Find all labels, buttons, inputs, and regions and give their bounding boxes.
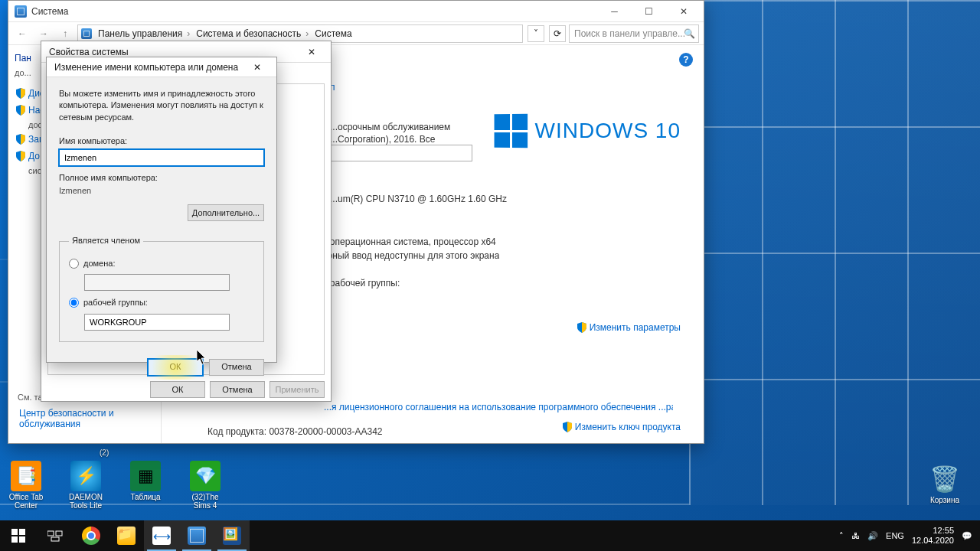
change-name-dialog: Изменение имени компьютера или домена ✕ … [46, 57, 277, 363]
window-title: Система [31, 6, 597, 17]
search-input[interactable]: Поиск в панели управле...🔍 [569, 24, 699, 43]
taskbar: 📁 ⟷ 🖼️ ˄ 🖧 🔊 ENG 12:5512.04.2020 💬 [0, 520, 980, 551]
tray-network-icon[interactable]: 🖧 [851, 531, 860, 540]
shield-icon [16, 134, 25, 145]
taskbar-app-picture[interactable]: 🖼️ [214, 520, 250, 551]
membership-group: Является членом домена: рабочей группы: [59, 235, 264, 341]
windows10-logo: WINDOWS 10 [494, 114, 681, 148]
breadcrumb-seg[interactable]: Система и безопасность [193, 28, 312, 39]
full-label: Полное имя компьютера: [59, 172, 264, 184]
breadcrumb-seg[interactable]: Панель управления [95, 28, 193, 39]
cancel-button[interactable]: Отмена [210, 381, 265, 398]
desktop-icon-table[interactable]: ▦Таблица [124, 461, 167, 510]
taskbar-app-teamviewer[interactable]: ⟷ [144, 520, 179, 551]
system-tray: ˄ 🖧 🔊 ENG 12:5512.04.2020 💬 [831, 520, 980, 551]
link-change-key[interactable]: Изменить ключ продукта [563, 422, 681, 432]
forward-button[interactable]: → [34, 24, 53, 43]
svg-rect-1 [56, 531, 62, 536]
dialog-title: Свойства системы [49, 47, 296, 57]
group-legend: Является членом [69, 235, 143, 246]
windows-icon [11, 529, 25, 543]
info-copyright: ...Corporation), 2016. Все [330, 134, 435, 145]
back-button[interactable]: ← [13, 24, 31, 43]
info-systype: ...я операционная система, процессор x64 [315, 236, 496, 247]
tray-chevron-icon[interactable]: ˄ [839, 531, 844, 541]
name-label: Имя компьютера: [59, 135, 264, 147]
dialog-titlebar[interactable]: Изменение имени компьютера или домена ✕ [47, 57, 276, 77]
taskbar-app-explorer[interactable]: 📁 [109, 520, 144, 551]
task-view-button[interactable] [37, 520, 74, 551]
ok-button[interactable]: ОК [148, 359, 203, 376]
computer-name-input[interactable] [59, 149, 264, 166]
tray-volume-icon[interactable]: 🔊 [867, 531, 878, 541]
history-dropdown[interactable]: ˅ [528, 25, 544, 42]
desktop-icon-sims[interactable]: 💎(32)The Sims 4 [184, 461, 227, 510]
system-icon [188, 527, 206, 545]
start-button[interactable] [0, 520, 37, 551]
close-button[interactable]: ✕ [666, 2, 701, 21]
product-key: Код продукта: 00378-20000-00003-AA342 [207, 426, 383, 437]
close-button[interactable]: ✕ [296, 43, 328, 61]
desktop-icon-office[interactable]: 📑Office Tab Center [5, 461, 47, 510]
full-value: Izmenen [59, 185, 264, 197]
minimize-button[interactable]: ─ [597, 2, 632, 21]
titlebar[interactable]: Система ─ ☐ ✕ [8, 1, 704, 22]
info-cpu: ...um(R) CPU N3710 @ 1.60GHz 1.60 GHz [330, 194, 507, 204]
radio-workgroup[interactable]: рабочей группы: [69, 297, 254, 308]
tray-language[interactable]: ENG [886, 531, 904, 540]
system-icon [15, 5, 27, 18]
recycle-bin[interactable]: 🗑️Корзина [923, 464, 966, 504]
desktop-icon-daemon[interactable]: ⚡DAEMON Tools Lite [64, 461, 107, 510]
svg-rect-0 [47, 531, 54, 536]
shield-icon [16, 151, 25, 161]
breadcrumb-seg[interactable]: Система [312, 28, 359, 39]
taskbar-app-control-panel[interactable] [179, 520, 214, 551]
ok-button[interactable]: ОК [150, 381, 205, 398]
more-button[interactable]: Дополнительно... [188, 204, 264, 221]
intro-text: Вы можете изменить имя и принадлежность … [59, 88, 264, 123]
desktop-icons: 📑Office Tab Center ⚡DAEMON Tools Lite ▦Т… [5, 461, 227, 510]
shield-icon [16, 88, 25, 99]
apply-button: Применить [270, 381, 325, 398]
help-icon[interactable]: ? [679, 53, 693, 67]
refresh-button[interactable]: ⟳ [549, 25, 566, 42]
svg-rect-2 [51, 537, 59, 541]
pc-icon [81, 28, 92, 39]
workgroup-input[interactable] [84, 314, 230, 331]
link-license[interactable]: ...я лицензионного соглашения на использ… [324, 402, 673, 412]
close-button[interactable]: ✕ [241, 58, 273, 77]
radio-domain[interactable]: домена: [69, 258, 254, 269]
tray-notifications-icon[interactable]: 💬 [962, 531, 972, 541]
search-icon: 🔍 [684, 28, 695, 39]
link-security-center[interactable]: Центр безопасности и обслуживания [18, 405, 155, 432]
domain-input [84, 274, 230, 291]
link-change-params[interactable]: Изменить параметры [577, 322, 681, 333]
shield-icon [563, 422, 572, 432]
tray-clock[interactable]: 12:5512.04.2020 [912, 526, 954, 546]
shield-icon [16, 105, 25, 116]
info-pen: ...орный ввод недоступны для этого экран… [315, 250, 499, 261]
cancel-button[interactable]: Отмена [209, 359, 264, 376]
shield-icon [577, 322, 586, 333]
maximize-button[interactable]: ☐ [632, 2, 666, 21]
breadcrumb[interactable]: Панель управления Система и безопасность… [77, 24, 523, 43]
dialog-title: Изменение имени компьютера или домена [54, 62, 241, 73]
badge-count: (2) [100, 448, 109, 457]
taskbar-app-chrome[interactable] [74, 520, 109, 551]
info-edition: ...осрочным обслуживанием [330, 122, 450, 132]
up-button[interactable]: ↑ [56, 24, 74, 43]
